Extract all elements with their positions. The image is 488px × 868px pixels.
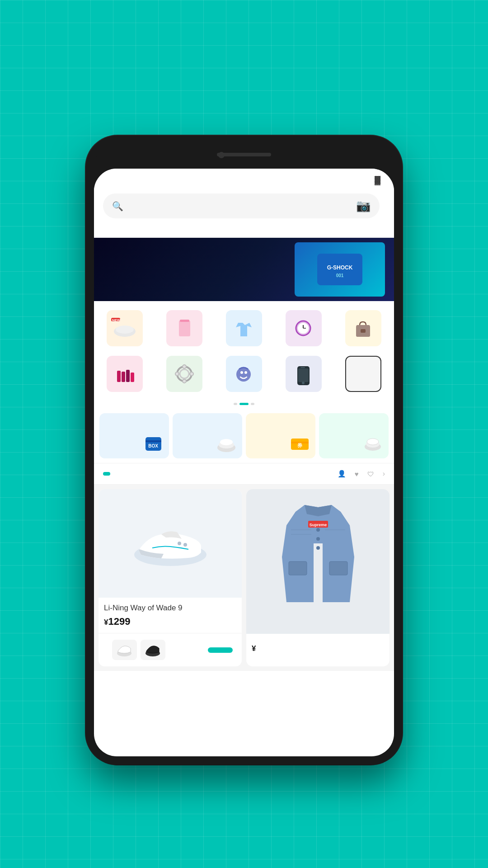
release-thumbs — [112, 640, 203, 660]
release-date — [208, 647, 233, 653]
tab-meizhuang[interactable] — [155, 226, 173, 234]
product-card-shoe[interactable]: Li-Ning Way of Wade 9 ¥1299 — [99, 489, 242, 666]
search-bar-area: 🔍 📷 — [94, 189, 394, 223]
phone-notch — [94, 144, 394, 169]
guarantee-logo — [103, 472, 110, 476]
svg-point-19 — [180, 369, 189, 378]
svg-point-25 — [240, 371, 243, 374]
product-name-shoe: Li-Ning Way of Wade 9 — [104, 603, 236, 613]
banner[interactable]: G-SHOCK 001 — [94, 238, 394, 301]
dot-indicator — [94, 399, 394, 409]
svg-point-24 — [236, 367, 251, 382]
promo-ten-draw[interactable] — [173, 413, 242, 458]
guarantee-tag-2: ♥ — [355, 470, 361, 478]
promo-daily-coupon[interactable]: 券 — [246, 413, 315, 458]
svg-rect-7 — [179, 321, 190, 336]
svg-rect-13 — [361, 329, 366, 333]
svg-point-29 — [302, 382, 305, 384]
tab-xielei[interactable] — [119, 226, 137, 234]
release-thumb-2 — [141, 640, 165, 660]
svg-point-44 — [178, 542, 181, 545]
svg-point-52 — [316, 546, 320, 550]
release-bar — [99, 633, 242, 666]
icon-top-clothes[interactable] — [216, 308, 273, 351]
search-input-box[interactable]: 🔍 📷 — [103, 193, 380, 218]
product-info-shoe: Li-Ning Way of Wade 9 ¥1299 — [99, 598, 242, 633]
product-price-jacket: ¥ — [252, 642, 256, 654]
icon-grid: NEW — [94, 301, 394, 399]
promo-blind-box[interactable]: BOX — [99, 413, 169, 458]
svg-point-26 — [244, 371, 247, 374]
svg-point-50 — [316, 528, 320, 532]
tab-shoubiao[interactable] — [173, 226, 191, 234]
svg-rect-14 — [117, 371, 121, 382]
banner-image: G-SHOCK 001 — [295, 242, 385, 297]
dot-3 — [251, 403, 254, 405]
chevron-right-icon: › — [383, 470, 385, 478]
promo-img-0: BOX — [140, 429, 167, 456]
svg-text:券: 券 — [296, 443, 302, 448]
category-tabs — [94, 223, 394, 238]
status-bar: ▓ — [94, 169, 394, 189]
icon-apple[interactable] — [275, 354, 332, 397]
guarantee-tag-1: 👤 — [338, 470, 348, 478]
svg-rect-16 — [126, 370, 130, 382]
icon-accessories[interactable] — [156, 354, 213, 397]
svg-text:001: 001 — [336, 273, 344, 278]
icon-blind-box[interactable] — [216, 354, 273, 397]
tab-chaowang[interactable] — [209, 226, 227, 234]
svg-point-20 — [183, 365, 186, 368]
svg-point-51 — [316, 537, 320, 541]
svg-point-23 — [190, 372, 193, 376]
guarantee-tag-3: 🛡 — [367, 470, 376, 478]
icon-luxury-watch[interactable] — [275, 308, 332, 351]
tab-xiangbao[interactable] — [191, 226, 209, 234]
icon-makeup[interactable] — [96, 354, 154, 397]
camera-icon[interactable]: 📷 — [356, 199, 371, 213]
svg-point-45 — [183, 543, 187, 547]
status-right: ▓ — [371, 175, 380, 185]
svg-point-21 — [183, 379, 186, 383]
svg-text:Supreme: Supreme — [309, 523, 327, 527]
product-image-jacket: Supreme — [246, 489, 389, 634]
promo-img-3 — [359, 429, 386, 456]
icon-more[interactable] — [334, 354, 392, 397]
svg-rect-48 — [289, 561, 307, 575]
svg-rect-30 — [300, 367, 305, 368]
promo-free-draw[interactable] — [319, 413, 389, 458]
svg-rect-49 — [329, 561, 347, 575]
svg-text:BOX: BOX — [148, 443, 158, 448]
svg-point-42 — [367, 439, 379, 445]
product-card-jacket[interactable]: Supreme ¥ — [246, 489, 389, 666]
svg-point-22 — [175, 372, 179, 376]
battery-icon: ▓ — [375, 175, 380, 185]
banner-content: G-SHOCK 001 — [94, 242, 394, 297]
promo-img-1 — [213, 429, 240, 456]
phone-mockup: ▓ 🔍 📷 — [86, 136, 402, 764]
product-image-shoe — [99, 489, 242, 598]
guarantee-bar[interactable]: 👤 ♥ 🛡 › — [94, 463, 394, 485]
svg-rect-28 — [298, 368, 309, 382]
product-price-shoe: ¥1299 — [104, 616, 130, 627]
svg-rect-8 — [180, 320, 189, 322]
dot-active — [239, 403, 249, 405]
search-icon: 🔍 — [112, 201, 123, 212]
svg-rect-17 — [131, 373, 134, 382]
phone-screen: ▓ 🔍 📷 — [94, 169, 394, 756]
icon-luxury-womens[interactable] — [156, 308, 213, 351]
tab-fuzhuang[interactable] — [137, 226, 155, 234]
icon-bags[interactable] — [334, 308, 392, 351]
promo-img-2: 券 — [286, 429, 313, 456]
svg-point-36 — [220, 439, 233, 445]
product-info-jacket: ¥ — [246, 634, 389, 660]
svg-rect-32 — [145, 440, 161, 442]
tab-tuijian[interactable] — [101, 226, 119, 234]
products-section: Li-Ning Way of Wade 9 ¥1299 — [94, 485, 394, 671]
dot-1 — [234, 403, 237, 405]
guarantee-tags: 👤 ♥ 🛡 › — [124, 470, 385, 478]
promo-grid: BOX — [94, 409, 394, 463]
svg-text:G-SHOCK: G-SHOCK — [327, 264, 353, 271]
icon-new-products[interactable]: NEW — [96, 308, 154, 351]
products-grid: Li-Ning Way of Wade 9 ¥1299 — [99, 489, 389, 666]
svg-text:NEW: NEW — [112, 318, 121, 322]
